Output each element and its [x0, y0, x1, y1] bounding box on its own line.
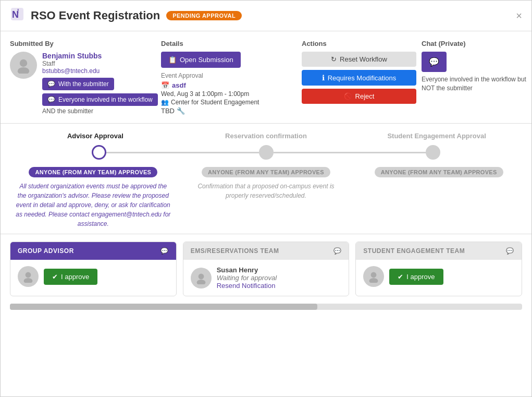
svg-point-7 [198, 273, 204, 279]
page-title: RSO Event Registration [31, 9, 160, 22]
svg-point-3 [20, 59, 27, 67]
step2-content: ANYONE (FROM ANY TEAM) APPROVES Confirma… [183, 167, 350, 228]
title-row: N ! RSO Event Registration PENDING APPRO… [10, 7, 242, 25]
ems-user-info: Susan Henry Waiting for approval Resend … [217, 266, 277, 290]
details-label: Details [161, 40, 296, 47]
chat-submitter-button[interactable]: 💬 With the submitter [42, 78, 114, 90]
bottom-scrollbar [10, 304, 522, 310]
step2-circle [259, 145, 274, 160]
workflow-section: Advisor Approval Reservation confirmatio… [1, 124, 531, 234]
event-approval-label: Event Approval [161, 72, 296, 79]
advisor-avatar [18, 266, 39, 287]
ems-card: EMS/RESERVATIONS TEAM 💬 Susan Henry Wait… [183, 242, 350, 296]
actions-label: Actions [302, 40, 416, 47]
reset-workflow-button[interactable]: ↻ Reset Workflow [302, 52, 416, 67]
user-info: Benjamin Stubbs Staff bstubbs@tntech.edu… [42, 52, 158, 115]
scrollbar-thumb [10, 304, 317, 310]
chat-icon-advisor: 💬 [160, 247, 169, 255]
svg-point-8 [196, 280, 205, 284]
student-engagement-header: STUDENT ENGAGEMENT TEAM 💬 [356, 242, 522, 260]
calendar-icon: 📅 [161, 81, 169, 89]
modal-header: N ! RSO Event Registration PENDING APPRO… [1, 1, 531, 31]
step1-content: ANYONE (FROM ANY TEAM) APPROVES All stud… [10, 167, 177, 228]
ems-waiting-text: Waiting for approval [217, 274, 277, 282]
submitted-by-inner: Benjamin Stubbs Staff bstubbs@tntech.edu… [10, 52, 156, 115]
open-submission-button[interactable]: 📋 Open Submission [161, 52, 241, 68]
info-icon: ℹ [322, 74, 325, 82]
top-grid: Submitted By Benjamin Stubbs Staff bstub… [10, 40, 522, 115]
user-role: Staff [42, 60, 158, 67]
step2-desc: Confirmation that a proposed on-campus e… [183, 182, 350, 200]
ems-header: EMS/RESERVATIONS TEAM 💬 [183, 242, 349, 260]
chat-and-label: AND the submitter [42, 107, 158, 115]
submission-icon: 📋 [168, 56, 177, 64]
top-info-section: Submitted By Benjamin Stubbs Staff bstub… [1, 31, 531, 124]
group-advisor-card: GROUP ADVISOR 💬 ✔ I approve [10, 242, 177, 296]
step3-content: ANYONE (FROM ANY TEAM) APPROVES [355, 167, 522, 228]
step1-circle [92, 145, 106, 160]
chat-private-label: Chat (Private) [422, 40, 532, 47]
chat-private-button[interactable]: 💬 [422, 52, 447, 72]
step3-label: Student Engagement Approval [351, 132, 522, 140]
chat-all-icon: 💬 [47, 96, 55, 103]
svg-point-5 [26, 272, 31, 278]
avatar [10, 52, 37, 79]
connector1 [106, 152, 258, 153]
engagement-avatar [363, 266, 384, 287]
student-engagement-body: ✔ I approve [356, 260, 522, 293]
svg-point-4 [18, 67, 29, 74]
ems-avatar [191, 268, 212, 288]
details-column: Details 📋 Open Submission Event Approval… [161, 40, 296, 115]
step3-tag: ANYONE (FROM ANY TEAM) APPROVES [375, 167, 503, 177]
requires-modifications-button[interactable]: ℹ Requires Modifications [302, 70, 416, 86]
ems-user-name: Susan Henry [217, 266, 277, 274]
engagement-approve-button[interactable]: ✔ I approve [389, 269, 443, 285]
svg-point-9 [371, 272, 377, 278]
event-location: 👥 Center for Student Engagement [161, 99, 296, 106]
group-advisor-header: GROUP ADVISOR 💬 [10, 242, 176, 260]
step2-tag: ANYONE (FROM ANY TEAM) APPROVES [202, 167, 330, 177]
advisor-approve-button[interactable]: ✔ I approve [44, 269, 97, 285]
connector2 [274, 152, 426, 153]
location-icon: 👥 [161, 99, 169, 106]
step3-circle [426, 145, 440, 160]
chat-icon-engagement: 💬 [506, 247, 514, 255]
reject-button[interactable]: 🚫 Reject [302, 89, 416, 104]
step1-desc: All student organization events must be … [10, 182, 177, 228]
bottom-section: GROUP ADVISOR 💬 ✔ I approve EMS/RESERVAT [1, 234, 531, 304]
step-labels-row: Advisor Approval Reservation confirmatio… [10, 132, 522, 140]
student-engagement-card: STUDENT ENGAGEMENT TEAM 💬 ✔ I approve [355, 242, 522, 296]
svg-point-6 [24, 278, 33, 283]
step1-label: Advisor Approval [10, 132, 181, 140]
event-date: Wed, Aug 3 at 1:00pm - 1:00pm [161, 90, 296, 98]
check-icon-advisor: ✔ [52, 273, 58, 281]
chat-all-button[interactable]: 💬 Everyone involved in the workflow [42, 93, 158, 106]
chat-icon: 💬 [47, 80, 55, 88]
approval-cards-grid: GROUP ADVISOR 💬 ✔ I approve EMS/RESERVAT [10, 242, 522, 296]
modal: N ! RSO Event Registration PENDING APPRO… [0, 0, 532, 397]
ems-body: Susan Henry Waiting for approval Resend … [183, 260, 349, 296]
user-email: bstubbs@tntech.edu [42, 67, 158, 75]
status-badge: PENDING APPROVAL [166, 11, 242, 20]
event-location2: TBD [161, 107, 175, 115]
event-location2-row: TBD 🔧 [161, 107, 296, 115]
check-icon-engagement: ✔ [398, 273, 403, 281]
chat-private-description: Everyone involved in the workflow but NO… [422, 75, 532, 93]
chat-private-column: Chat (Private) 💬 Everyone involved in th… [422, 40, 532, 115]
workflow-inner: Advisor Approval Reservation confirmatio… [10, 132, 522, 228]
app-logo: N ! [10, 7, 24, 25]
svg-point-10 [369, 278, 378, 283]
wrench-icon: 🔧 [177, 107, 185, 115]
chat-icon-ems: 💬 [333, 247, 342, 255]
svg-text:!: ! [17, 8, 19, 14]
user-name: Benjamin Stubbs [42, 52, 158, 60]
step1-tag: ANYONE (FROM ANY TEAM) APPROVES [29, 167, 157, 177]
step2-label: Reservation confirmation [181, 132, 352, 140]
resend-notification-link[interactable]: Resend Notification [217, 282, 276, 290]
submitted-by-label: Submitted By [10, 40, 156, 47]
refresh-icon: ↻ [331, 55, 337, 63]
close-button[interactable]: × [516, 10, 522, 21]
event-title: 📅 asdf [161, 81, 296, 89]
ban-icon: 🚫 [344, 92, 352, 100]
group-advisor-body: ✔ I approve [10, 260, 176, 293]
